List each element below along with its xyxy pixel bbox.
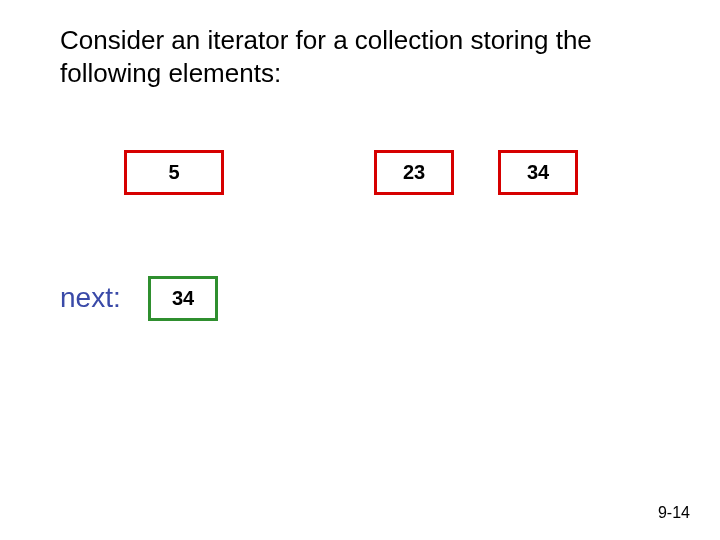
element-box-0: 5 <box>124 150 224 195</box>
page-number: 9-14 <box>658 504 690 522</box>
next-value-box: 34 <box>148 276 218 321</box>
element-box-2: 34 <box>498 150 578 195</box>
slide-heading: Consider an iterator for a collection st… <box>60 24 660 89</box>
next-label: next: <box>60 282 121 314</box>
element-box-1: 23 <box>374 150 454 195</box>
